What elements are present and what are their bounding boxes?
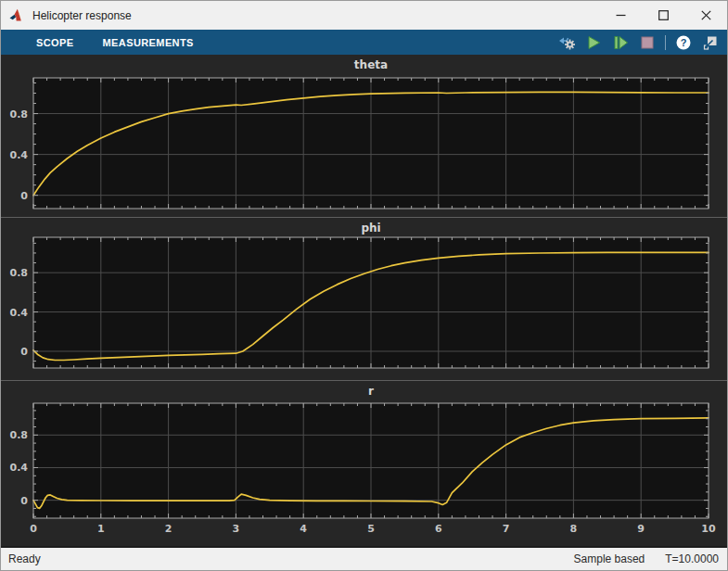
step-forward-icon [612, 34, 629, 51]
plot-panel-theta: 00.40.8 theta [1, 55, 727, 217]
svg-text:?: ? [681, 37, 687, 48]
help-button[interactable]: ? [674, 33, 693, 52]
close-button[interactable] [684, 1, 727, 30]
play-icon [585, 34, 602, 51]
x-tick-label: 1 [97, 523, 105, 535]
step-forward-button[interactable] [611, 33, 630, 52]
y-tick-label: 0.8 [10, 267, 29, 279]
run-button[interactable] [584, 33, 603, 52]
sample-mode-text: Sample based [574, 552, 645, 565]
statusbar-right: Sample based T=10.0000 [574, 552, 719, 565]
x-tick-label: 2 [165, 523, 172, 535]
y-tick-label: 0 [20, 495, 28, 507]
x-tick-label: 9 [637, 523, 645, 535]
titlebar: Helicopter response [1, 1, 727, 30]
sim-time-text: T=10.0000 [665, 552, 719, 565]
phi-plot-canvas[interactable]: 00.40.8 [1, 218, 727, 380]
statusbar: Ready Sample based T=10.0000 [1, 546, 727, 570]
x-tick-label: 4 [300, 523, 307, 535]
x-tick-label: 7 [503, 523, 510, 535]
toolbar-buttons: ? [557, 33, 720, 52]
toolbar-separator [665, 35, 666, 50]
window-title: Helicopter response [32, 9, 132, 22]
x-tick-label: 5 [367, 523, 375, 535]
maximize-button[interactable] [642, 1, 684, 30]
scope-window: Helicopter response SCOPE MEASUREMENTS [0, 0, 728, 571]
r-plot-canvas[interactable]: 00.40.8012345678910 [1, 381, 727, 544]
y-tick-label: 0.8 [10, 429, 29, 441]
matlab-logo-icon [9, 8, 24, 22]
close-icon [701, 10, 711, 20]
x-tick-label: 8 [570, 523, 578, 535]
minimize-button[interactable] [599, 1, 642, 30]
y-tick-label: 0.4 [10, 462, 29, 474]
toolbar: SCOPE MEASUREMENTS [1, 30, 727, 55]
y-tick-label: 0 [20, 346, 28, 358]
plot-panel-phi: 00.40.8 phi [1, 218, 727, 380]
minimize-icon [616, 10, 626, 20]
theta-plot-canvas[interactable]: 00.40.8 [1, 55, 727, 217]
y-tick-label: 0.8 [10, 108, 29, 121]
x-tick-label: 3 [233, 523, 240, 535]
configuration-properties-button[interactable] [557, 33, 576, 52]
window-controls [599, 1, 727, 30]
y-tick-label: 0.4 [10, 149, 29, 161]
tab-scope[interactable]: SCOPE [36, 37, 74, 48]
gear-icon [558, 33, 576, 51]
x-tick-label: 10 [701, 523, 716, 535]
y-tick-label: 0.4 [10, 307, 29, 319]
plot-panel-r: 00.40.8012345678910 r [1, 381, 727, 544]
stop-button[interactable] [638, 33, 657, 52]
tab-measurements[interactable]: MEASUREMENTS [103, 37, 194, 48]
help-icon: ? [675, 34, 692, 51]
x-tick-label: 0 [30, 523, 37, 535]
stop-icon [639, 34, 656, 51]
plot-area: 00.40.8 theta 00.40.8 phi 00.40.80123456… [1, 55, 727, 546]
maximize-icon [658, 10, 669, 20]
status-text: Ready [8, 552, 41, 565]
y-tick-label: 0 [20, 190, 28, 202]
highlight-block-button[interactable] [701, 33, 720, 52]
x-tick-label: 6 [435, 523, 442, 535]
popout-icon [702, 34, 719, 51]
